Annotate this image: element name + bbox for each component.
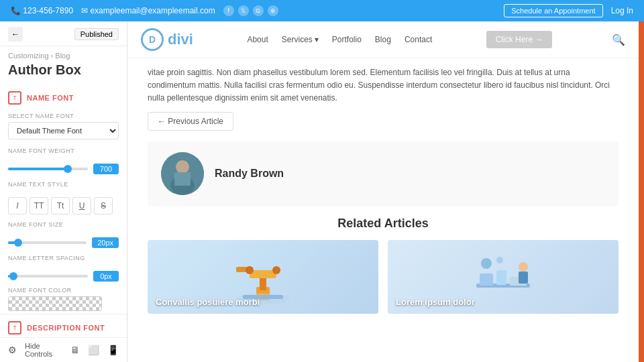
uppercase-button[interactable]: TT (30, 197, 48, 215)
logo-text: divi (168, 31, 193, 48)
bottom-bar: ⚙ Hide Controls 🖥 ⬜ 📱 (0, 337, 127, 362)
select-name-font-group: SELECT NAME FONT Default Theme Font (0, 109, 127, 143)
select-name-font-input[interactable]: Default Theme Font (8, 122, 119, 139)
related-card-1-label: Convallis posuiere morbi (156, 297, 260, 307)
name-font-size-row: 20px (0, 235, 127, 251)
nav-blog[interactable]: Blog (375, 35, 391, 44)
googleplus-icon[interactable]: G (253, 5, 264, 16)
related-card-1[interactable]: Convallis posuiere morbi (148, 240, 378, 314)
svg-rect-17 (519, 272, 528, 284)
name-font-weight-group: NAME FONT WEIGHT (0, 143, 127, 161)
back-button[interactable]: ← (8, 27, 23, 42)
name-font-weight-label: NAME FONT WEIGHT (8, 147, 119, 154)
name-letter-spacing-label: NAME LETTER SPACING (8, 255, 119, 261)
svg-point-9 (272, 266, 280, 274)
nav-services[interactable]: Services ▾ (282, 35, 319, 44)
schedule-button[interactable]: Schedule an Appointment (504, 4, 602, 17)
email-address: ✉ exampleemail@exampleemail.com (81, 6, 215, 15)
select-name-font-label: SELECT NAME FONT (8, 113, 119, 119)
mobile-icon[interactable]: 📱 (107, 345, 119, 355)
sidebar: ← Published Customizing › Blog Author Bo… (0, 21, 127, 362)
name-text-style-row: I TT Tt U S (0, 194, 127, 217)
article-text: vitae proin sagittis. Non diam phasellus… (148, 66, 619, 105)
svg-rect-13 (480, 274, 493, 286)
name-font-weight-row: 700 (0, 161, 127, 177)
rss-icon[interactable]: ⊕ (268, 5, 278, 16)
twitter-icon[interactable]: 𝕏 (238, 5, 249, 16)
search-icon[interactable]: 🔍 (612, 34, 625, 46)
author-box: Randy Brown (148, 141, 619, 206)
published-badge: Published (74, 28, 119, 40)
name-font-weight-value: 700 (93, 164, 119, 174)
right-accent-bar (639, 21, 644, 362)
svg-point-1 (176, 160, 189, 174)
description-font-section-title: DESCRIPTION FONT (27, 324, 105, 332)
site-logo: D divi (141, 28, 193, 51)
name-letter-spacing-value: 0px (93, 271, 119, 282)
tablet-icon[interactable]: ⬜ (88, 345, 99, 355)
top-bar-left: 📞 123-456-7890 ✉ exampleemail@exampleema… (11, 5, 278, 16)
name-font-color-swatch[interactable] (8, 296, 102, 311)
related-card-2-label: Lorem ipsum dolor (396, 297, 475, 307)
nav-bar: D divi About Services ▾ Portfolio Blog C… (127, 21, 639, 58)
phone-number: 📞 123-456-7890 (11, 6, 73, 15)
author-info: Randy Brown (215, 168, 284, 180)
sidebar-header: ← Published (0, 21, 127, 46)
nav-about[interactable]: About (247, 35, 268, 44)
logo-circle: D (141, 28, 164, 51)
top-bar-right: Schedule an Appointment Log In (504, 4, 633, 17)
top-bar: 📞 123-456-7890 ✉ exampleemail@exampleema… (0, 0, 644, 21)
description-font-section-header: T DESCRIPTION FONT (0, 314, 127, 337)
related-articles-title: Related Articles (148, 217, 619, 231)
facebook-icon[interactable]: f (223, 5, 234, 16)
author-avatar (161, 152, 204, 195)
svg-point-8 (246, 266, 254, 274)
underline-button[interactable]: U (72, 197, 91, 215)
name-font-size-value: 20px (92, 237, 119, 248)
article-body: vitae proin sagittis. Non diam phasellus… (127, 58, 639, 322)
name-font-icon: T (8, 91, 21, 105)
strikethrough-button[interactable]: S (94, 197, 113, 215)
name-font-weight-slider[interactable] (8, 168, 88, 170)
name-font-color-label: NAME FONT COLOR (8, 287, 119, 294)
name-font-size-slider[interactable] (8, 241, 87, 244)
breadcrumb-customizing: Customizing (8, 52, 49, 60)
svg-point-19 (496, 257, 503, 263)
sidebar-content: T NAME FONT SELECT NAME FONT Default The… (0, 84, 127, 337)
desktop-icon[interactable]: 🖥 (70, 345, 80, 355)
name-font-section-title: NAME FONT (27, 94, 74, 102)
description-font-icon: T (8, 321, 21, 335)
hide-controls-label[interactable]: Hide Controls (25, 342, 62, 358)
italic-button[interactable]: I (8, 197, 27, 215)
name-text-style-label: NAME TEXT STYLE (8, 181, 119, 188)
nav-portfolio[interactable]: Portfolio (332, 35, 362, 44)
svg-rect-6 (250, 270, 276, 278)
svg-rect-14 (496, 270, 506, 285)
capitalize-button[interactable]: Tt (51, 197, 70, 215)
settings-icon[interactable]: ⚙ (8, 345, 17, 355)
name-letter-spacing-group: NAME LETTER SPACING (0, 251, 127, 268)
breadcrumb: Customizing › Blog (0, 46, 127, 61)
nav-links: About Services ▾ Portfolio Blog Contact (247, 35, 432, 44)
svg-rect-3 (174, 172, 191, 186)
nav-cta-button[interactable]: Click Here → (486, 31, 553, 48)
chevron-down-icon: ▾ (315, 35, 319, 44)
author-name: Randy Brown (215, 168, 284, 180)
name-font-size-label: NAME FONT SIZE (8, 221, 119, 228)
name-font-section-header: T NAME FONT (0, 84, 127, 109)
name-font-size-group: NAME FONT SIZE (0, 217, 127, 235)
name-text-style-group: NAME TEXT STYLE (0, 177, 127, 194)
sidebar-title: Author Box (0, 61, 127, 84)
main-layout: ← Published Customizing › Blog Author Bo… (0, 21, 644, 362)
nav-contact[interactable]: Contact (405, 35, 432, 44)
main-content: D divi About Services ▾ Portfolio Blog C… (127, 21, 639, 362)
related-card-2[interactable]: Lorem ipsum dolor (388, 240, 619, 314)
login-link[interactable]: Log In (611, 6, 633, 15)
related-articles-section: Related Articles (148, 217, 619, 314)
breadcrumb-blog: Blog (55, 52, 70, 60)
name-letter-spacing-row: 0px (0, 268, 127, 284)
svg-point-16 (519, 262, 528, 272)
social-icons: f 𝕏 G ⊕ (223, 5, 278, 16)
prev-article-button[interactable]: ← Previous Article (148, 112, 233, 131)
name-letter-spacing-slider[interactable] (8, 275, 88, 278)
